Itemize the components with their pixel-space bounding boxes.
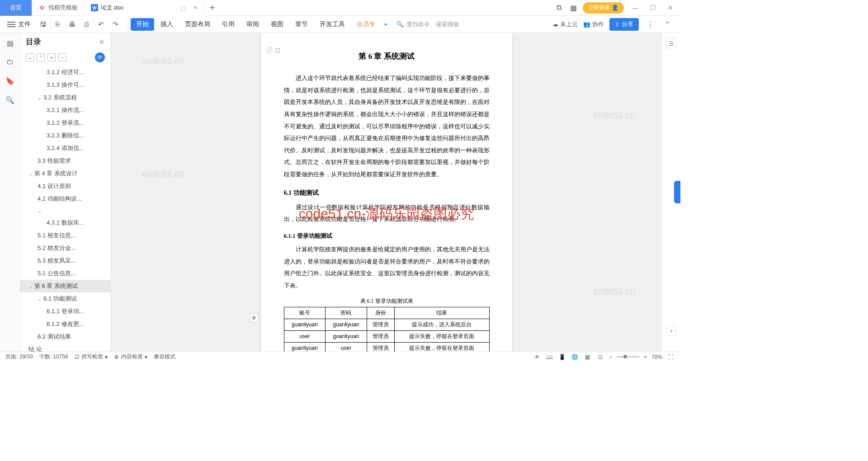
toc-item[interactable]: 3.2.1 操作流...	[20, 104, 110, 117]
collapse-all-icon[interactable]: ⌄	[26, 53, 34, 61]
search-input[interactable]: 🔍 查找命令、搜索模板	[396, 20, 459, 28]
chapter-title: 第 6 章 系统测试	[284, 51, 490, 61]
search-icon: 🔍	[396, 21, 404, 28]
close-icon[interactable]: ×	[193, 4, 198, 12]
collab-button[interactable]: 👥 协作	[583, 20, 604, 28]
layout-icon[interactable]: ⧉	[554, 3, 564, 13]
eye-icon[interactable]: 👁	[533, 353, 541, 361]
toc-item[interactable]: 5.3 校友风采...	[20, 254, 110, 267]
ribbon-tab-4[interactable]: 审阅	[241, 18, 264, 31]
find-icon[interactable]: 🔍	[5, 94, 15, 105]
toc-item[interactable]: 4.1 设计原则	[20, 180, 110, 193]
toc-item[interactable]	[20, 205, 110, 216]
window-mode-icon[interactable]: ▢	[181, 5, 186, 11]
cloud-status[interactable]: ☁ 未上云	[552, 20, 578, 28]
toc-item[interactable]: 3.2.3 删除信...	[20, 129, 110, 142]
watermark: code51.cn	[594, 286, 635, 296]
ribbon-tab-1[interactable]: 插入	[155, 18, 179, 31]
remove-level-icon[interactable]: −	[58, 53, 66, 61]
save-icon[interactable]: 🖫	[37, 19, 49, 30]
print-icon[interactable]: 🖶	[66, 19, 78, 30]
file-menu[interactable]: 文件	[18, 20, 31, 28]
expand-all-icon[interactable]: ⌃	[37, 53, 45, 61]
undo-icon[interactable]: ↶	[95, 19, 107, 30]
zoom-level[interactable]: 70%	[651, 354, 662, 360]
table-header: 结果	[395, 307, 489, 319]
doc-props-icon[interactable]: ◫	[275, 47, 280, 53]
status-words[interactable]: 字数: 10758	[39, 353, 68, 361]
toc-item[interactable]: 结 论	[20, 343, 110, 352]
check-icon: 🗎	[114, 354, 119, 360]
ribbon-tab-8[interactable]: 会员专	[351, 18, 381, 31]
ribbon-tab-7[interactable]: 开发工具	[314, 18, 350, 31]
toc-title: 目录	[26, 37, 41, 47]
add-comment-icon[interactable]: +	[666, 326, 676, 336]
book-icon[interactable]: 📖	[546, 353, 554, 361]
close-panel-icon[interactable]: ✕	[99, 38, 105, 46]
toc-item[interactable]: 6.1 功能测试	[20, 292, 110, 305]
apps-icon[interactable]: ▦	[568, 3, 578, 13]
toc-item[interactable]: 5.2 校友分会...	[20, 242, 110, 254]
ribbon-tab-3[interactable]: 引用	[217, 18, 240, 31]
add-level-icon[interactable]: +	[47, 53, 56, 61]
toc-item[interactable]: 6.1.1 登录功...	[20, 305, 110, 318]
ribbon-tab-6[interactable]: 章节	[290, 18, 313, 31]
save-as-icon[interactable]: ⎘	[52, 19, 63, 30]
toc-item[interactable]: 4.3.2 数据库...	[20, 216, 110, 229]
cloud-label: 未上云	[560, 20, 578, 28]
folder-icon[interactable]: 🗀	[5, 56, 15, 67]
login-button[interactable]: 立即登录 👤	[583, 2, 624, 14]
doc-meta-icon[interactable]: 📄	[266, 47, 273, 53]
toc-item[interactable]: 6.2 测试结果	[20, 330, 110, 343]
status-compat[interactable]: 兼容模式	[154, 353, 175, 361]
side-pulltab[interactable]	[674, 181, 680, 203]
table-row: userguanliyuan管理员提示失败，停留在登录页面	[284, 330, 489, 342]
toc-item[interactable]: 第 6 章 系统测试	[20, 280, 110, 292]
status-spell[interactable]: ☑拼写检查▾	[75, 353, 108, 361]
fit-icon[interactable]: ⊡	[596, 353, 604, 361]
toc-item[interactable]: 3.3 性能需求	[20, 155, 110, 167]
minimize-icon[interactable]: —	[628, 4, 642, 11]
more-icon[interactable]: ⋮	[644, 19, 656, 30]
ribbon-tab-5[interactable]: 视图	[265, 18, 289, 31]
tab-home[interactable]: 首页	[0, 0, 32, 16]
toc-item[interactable]: 3.1.3 操作可...	[20, 79, 110, 91]
toc-item[interactable]: 5.1 公告信息...	[20, 267, 110, 280]
zoom-out-icon[interactable]: −	[609, 354, 612, 360]
toc-item[interactable]: 第 4 章 系统设计	[20, 167, 110, 180]
grid-icon[interactable]: ▦	[584, 353, 592, 361]
table-drag-handle[interactable]: ✥	[250, 313, 259, 322]
redo-icon[interactable]: ↷	[109, 19, 121, 30]
sync-badge-icon[interactable]: ⟳	[95, 52, 105, 62]
toc-item[interactable]: 5.1 校友信息...	[20, 229, 110, 242]
close-window-icon[interactable]: ✕	[664, 4, 677, 11]
preview-icon[interactable]: ⎙	[80, 19, 92, 30]
toc-item[interactable]: 3.2.2 登录流...	[20, 117, 110, 129]
status-check[interactable]: 🗎内容检查▾	[114, 353, 147, 361]
toc-item[interactable]: 4.2 功能结构设...	[20, 193, 110, 205]
collapse-icon[interactable]: ⌃	[661, 19, 673, 30]
zoom-in-icon[interactable]: +	[644, 354, 647, 360]
bookmark-icon[interactable]: 🔖	[5, 75, 15, 86]
phone-icon[interactable]: 📱	[558, 353, 566, 361]
ribbon-tab-0[interactable]: 开始	[131, 18, 154, 31]
panel-toggle-icon[interactable]: ☰	[666, 38, 676, 48]
more-ribbon-icon[interactable]: ▸	[385, 21, 387, 27]
tab-document[interactable]: W 论文.doc ▢ ×	[85, 0, 204, 16]
share-button[interactable]: ⇪ 分享	[609, 18, 639, 31]
maximize-icon[interactable]: ☐	[646, 4, 660, 11]
add-tab-button[interactable]: +	[204, 3, 221, 13]
tab-template[interactable]: ✿ 找稻壳模板	[32, 0, 85, 16]
outline-icon[interactable]: ▤	[5, 38, 15, 48]
ribbon-tab-2[interactable]: 页面布局	[179, 18, 216, 31]
zoom-slider[interactable]	[617, 356, 639, 358]
status-page[interactable]: 页面: 29/33	[5, 353, 33, 361]
web-icon[interactable]: 🌐	[571, 353, 579, 361]
toc-item[interactable]: 6.1.2 修改密...	[20, 318, 110, 330]
fullscreen-icon[interactable]: ⛶	[667, 353, 675, 361]
paragraph: 进入这个环节就代表着系统已经结束了编码实现功能阶段，接下来要做的事情，就是对该系…	[284, 72, 490, 181]
toc-item[interactable]: 3.2.4 添加信...	[20, 142, 110, 155]
toc-item[interactable]: 3.1.2 经济可...	[20, 66, 110, 79]
toc-item[interactable]: 3.2 系统流程	[20, 91, 110, 104]
menu-icon[interactable]	[7, 22, 15, 27]
